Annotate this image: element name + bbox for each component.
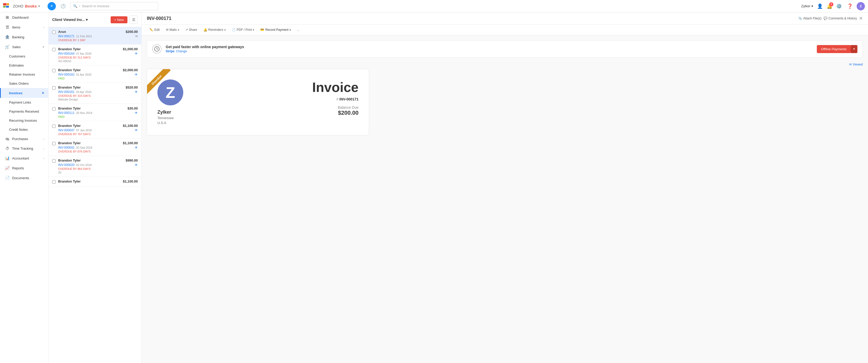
invoice-number[interactable]: INV-000111	[58, 111, 74, 115]
menu-lines-icon: ☰	[132, 18, 135, 22]
invoice-number[interactable]: INV-000020	[58, 163, 74, 167]
pdf-print-button[interactable]: 📄 PDF / Print ▾	[229, 27, 257, 33]
invoice-list-item[interactable]: Brandon Tyler INV-000161 03 Apr 2020 OVE…	[49, 83, 142, 104]
sidebar-item-invoices[interactable]: Invoices +	[0, 88, 48, 98]
help-icon[interactable]: ❓	[846, 2, 854, 10]
sidebar-item-recurring[interactable]: Recurring Invoices	[0, 116, 48, 125]
history-icon[interactable]: 🕐	[59, 2, 67, 10]
record-payment-button[interactable]: 💳 Record Payment ▾	[258, 27, 293, 33]
paperclip-icon: 📎	[798, 17, 802, 20]
reminders-button[interactable]: 🔔 Reminders ▾	[201, 27, 228, 33]
attach-files-button[interactable]: 📎 Attach File(s)	[798, 17, 822, 20]
sidebar-item-accountant[interactable]: 📊 Accountant ›	[0, 153, 48, 163]
invoice-customer-name: Brandon Tyler	[58, 85, 123, 89]
change-link[interactable]: Change	[176, 50, 187, 53]
sidebar-item-reports[interactable]: 📈 Reports	[0, 163, 48, 173]
invoice-checkbox[interactable]	[52, 31, 56, 34]
notification-bell[interactable]: 🔔 4	[827, 3, 832, 9]
invoice-checkbox[interactable]	[52, 69, 56, 72]
sidebar-item-label: Banking	[12, 35, 24, 39]
bell-icon: 🔔	[204, 28, 207, 32]
mails-button[interactable]: ✉ Mails ▾	[163, 27, 182, 33]
logo[interactable]: ZOHO Books ▾	[3, 3, 44, 9]
invoice-number[interactable]: INV-000162	[58, 73, 74, 76]
invoice-list-item[interactable]: Arun INV-000171 11 Feb 2021 OVERDUE BY 1…	[49, 27, 142, 45]
more-options-button[interactable]: ...	[294, 27, 302, 33]
sidebar-item-label: Reports	[12, 166, 24, 170]
invoice-date: 03 Apr 2020	[76, 90, 91, 93]
invoice-status: OVERDUE BY 767 DAYS	[58, 133, 120, 136]
invoice-list-item[interactable]: Brandon Tyler INV-000047 07 Jan 2019 OVE…	[49, 121, 142, 139]
overdue-ribbon: Overdue	[147, 69, 170, 94]
invoice-list-item[interactable]: Brandon Tyler $1,100.00	[49, 177, 142, 187]
invoice-checkbox[interactable]	[52, 86, 56, 90]
search-bar[interactable]: 🔍 ▾ Search in Invoices	[70, 2, 158, 10]
invoice-checkbox[interactable]	[52, 142, 56, 145]
edit-button[interactable]: ✏️ Edit	[147, 27, 162, 33]
sidebar-item-retainer[interactable]: Retainer Invoices	[0, 70, 48, 79]
sidebar-item-label: Invoices	[9, 91, 23, 95]
invoice-list-item[interactable]: Brandon Tyler INV-000041 20 Sep 2018 OVE…	[49, 139, 142, 156]
invoice-amount-area: $1,100.00 👁	[123, 124, 138, 132]
documents-icon: 📄	[5, 175, 9, 180]
comments-history-button[interactable]: 💬 Comments & History	[824, 17, 857, 20]
banner-sub: Stripe Change	[166, 50, 813, 53]
invoice-amount-area: $520.00 👁	[126, 85, 138, 94]
sidebar-item-customers[interactable]: Customers	[0, 52, 48, 61]
logo-chevron[interactable]: ▾	[38, 4, 40, 8]
sidebar-item-label: Sales Orders	[9, 82, 29, 85]
sidebar-item-items[interactable]: ☰ Items ›	[0, 22, 48, 32]
sidebar-item-payment-links[interactable]: Payment Links	[0, 98, 48, 107]
settings-icon[interactable]: ⚙️	[835, 2, 843, 10]
sidebar-item-credit-notes[interactable]: Credit Notes	[0, 125, 48, 134]
close-detail-button[interactable]: ✕	[859, 16, 863, 21]
logo-prefix: ZOHO	[13, 4, 23, 8]
invoice-amount: $2,000.00	[123, 68, 138, 72]
invoice-number[interactable]: INV-000041	[58, 146, 74, 149]
invoice-list-item[interactable]: Brandon Tyler INV-000020 02 Oct 2018 OVE…	[49, 156, 142, 177]
add-button[interactable]: +	[48, 2, 56, 10]
user-avatar[interactable]: Z	[857, 2, 865, 10]
invoice-number[interactable]: INV-000164	[58, 52, 74, 55]
share-button[interactable]: ↗ Share	[183, 27, 200, 33]
invoice-amount: $1,100.00	[123, 179, 138, 183]
sidebar-item-label: Retainer Invoices	[9, 73, 35, 76]
invoice-list-item[interactable]: Brandon Tyler INV-000162 01 Apr 2020 PAI…	[49, 65, 142, 83]
mail-icon: ✉	[135, 34, 138, 38]
sidebar-item-banking[interactable]: 🏦 Banking	[0, 32, 48, 42]
contacts-icon[interactable]: 👤	[816, 2, 824, 10]
invoice-checkbox[interactable]	[52, 159, 56, 163]
sidebar-item-dashboard[interactable]: ⊞ Dashboard	[0, 12, 48, 22]
invoice-number[interactable]: INV-000047	[58, 129, 74, 132]
list-menu-button[interactable]: ☰	[129, 16, 138, 24]
offline-payments-dropdown[interactable]: ▾	[851, 45, 858, 53]
invoice-num-label: #	[337, 97, 339, 101]
sidebar-item-documents[interactable]: 📄 Documents	[0, 173, 48, 183]
user-name[interactable]: Zylker ▾	[801, 4, 813, 8]
invoice-amount: $1,100.00	[123, 141, 138, 145]
sidebar-item-label: Payments Received	[9, 110, 39, 113]
invoice-number[interactable]: INV-000161	[58, 90, 74, 94]
invoice-amount-area: $1,100.00	[123, 179, 138, 183]
invoice-list-item[interactable]: Brandon Tyler INV-000164 07 Apr 2020 OVE…	[49, 45, 142, 65]
new-invoice-button[interactable]: + New	[111, 16, 127, 23]
sidebar-item-sales[interactable]: 🛒 Sales ▾	[0, 42, 48, 52]
sidebar-item-estimates[interactable]: Estimates	[0, 61, 48, 70]
invoice-preview-top: Z Zylker Tennessee U.S.A Invoice # INV-0…	[157, 80, 359, 125]
invoice-checkbox[interactable]	[52, 124, 56, 128]
invoice-checkbox[interactable]	[52, 107, 56, 111]
invoice-preview: Overdue Z Zylker Tennessee U.S.A Invo	[147, 69, 369, 135]
list-filter-title[interactable]: Client Viewed Inv... ▾	[52, 18, 108, 22]
invoices-add-icon[interactable]: +	[42, 91, 44, 95]
invoice-checkbox[interactable]	[52, 180, 56, 184]
invoice-number[interactable]: INV-000171	[58, 34, 74, 38]
sidebar-item-purchases[interactable]: 🛍 Purchases ›	[0, 134, 48, 144]
invoice-checkbox[interactable]	[52, 48, 56, 51]
invoice-list-item[interactable]: Brandon Tyler INV-000111 20 Nov 2019 PAI…	[49, 104, 142, 121]
invoice-extra: SO-00010	[58, 60, 120, 63]
sidebar-item-time-tracking[interactable]: ⏱ Time Tracking ›	[0, 144, 48, 153]
sidebar-item-payments-received[interactable]: Payments Received	[0, 107, 48, 116]
offline-payments-button[interactable]: Offline Payments	[817, 45, 851, 53]
mail-viewed-icon: ✉	[849, 63, 852, 66]
sidebar-item-sales-orders[interactable]: Sales Orders	[0, 79, 48, 88]
